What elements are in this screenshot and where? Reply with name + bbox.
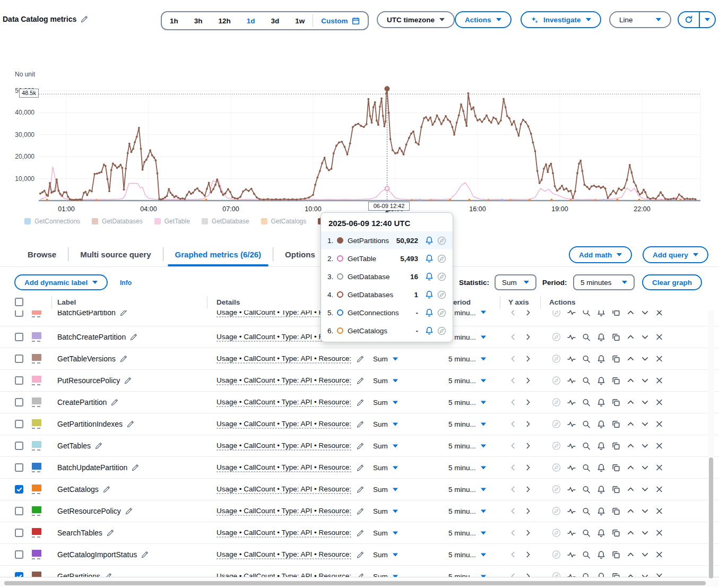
metric-color-swatch[interactable] [32, 485, 41, 494]
zoom-icon[interactable] [582, 333, 591, 341]
y-axis-left-button[interactable] [509, 551, 517, 558]
y-axis-left-button[interactable] [509, 333, 517, 341]
row-period-dropdown[interactable]: 5 minu... [448, 507, 486, 515]
refresh-options-button[interactable] [700, 12, 715, 27]
pulse-graph-icon[interactable] [567, 310, 576, 317]
investigate-icon[interactable] [552, 354, 561, 364]
y-axis-right-button[interactable] [524, 355, 532, 362]
zoom-icon[interactable] [582, 529, 591, 537]
remove-icon[interactable] [655, 310, 663, 316]
row-checkbox[interactable] [15, 529, 23, 537]
move-down-icon[interactable] [641, 573, 649, 577]
create-alarm-icon[interactable] [425, 254, 434, 263]
alarm-icon[interactable] [597, 398, 605, 407]
pulse-graph-icon[interactable] [567, 507, 576, 515]
add-dynamic-label-dropdown[interactable]: Add dynamic label [14, 274, 108, 290]
row-statistic-dropdown[interactable]: Sum [373, 420, 398, 428]
move-up-icon[interactable] [627, 310, 635, 316]
duplicate-icon[interactable] [612, 485, 620, 494]
move-up-icon[interactable] [627, 377, 635, 385]
metric-color-swatch[interactable] [32, 397, 41, 407]
duplicate-icon[interactable] [612, 529, 620, 537]
edit-label-icon[interactable] [111, 399, 118, 406]
edit-label-icon[interactable] [107, 529, 114, 537]
edit-label-icon[interactable] [103, 486, 110, 493]
move-down-icon[interactable] [641, 551, 649, 559]
remove-icon[interactable] [655, 573, 663, 577]
edit-details-icon[interactable] [357, 377, 364, 384]
row-checkbox[interactable] [15, 442, 23, 450]
metric-color-swatch[interactable] [32, 550, 41, 559]
row-period-dropdown[interactable]: 5 minu... [448, 529, 486, 537]
duplicate-icon[interactable] [612, 572, 620, 577]
edit-label-icon[interactable] [127, 420, 134, 428]
move-up-icon[interactable] [627, 507, 635, 515]
investigate-icon[interactable] [437, 308, 446, 317]
chart-type-dropdown[interactable]: Line [609, 11, 671, 28]
alarm-icon[interactable] [597, 333, 605, 341]
row-checkbox[interactable] [15, 507, 23, 515]
row-checkbox[interactable] [15, 398, 23, 407]
remove-icon[interactable] [655, 355, 663, 363]
pulse-graph-icon[interactable] [567, 376, 576, 385]
row-period-dropdown[interactable]: 5 minu... [448, 551, 486, 559]
move-up-icon[interactable] [627, 399, 635, 407]
row-checkbox[interactable] [15, 485, 23, 494]
time-range-12h[interactable]: 12h [211, 12, 239, 29]
zoom-icon[interactable] [582, 442, 591, 450]
alarm-icon[interactable] [597, 485, 605, 494]
move-down-icon[interactable] [641, 333, 649, 341]
edit-details-icon[interactable] [357, 573, 364, 577]
y-axis-left-button[interactable] [509, 529, 517, 537]
y-axis-right-button[interactable] [524, 377, 532, 384]
move-up-icon[interactable] [627, 355, 635, 363]
time-range-1h[interactable]: 1h [162, 12, 186, 29]
zoom-icon[interactable] [582, 354, 591, 363]
edit-details-icon[interactable] [357, 442, 364, 449]
horizontal-scrollbar-thumb[interactable] [4, 581, 706, 585]
move-up-icon[interactable] [627, 442, 635, 450]
actions-dropdown[interactable]: Actions [455, 11, 512, 28]
zoom-icon[interactable] [582, 310, 591, 317]
y-axis-left-button[interactable] [509, 573, 517, 577]
row-period-dropdown[interactable]: 5 minu... [448, 486, 486, 494]
y-axis-right-button[interactable] [524, 442, 532, 449]
remove-icon[interactable] [655, 529, 663, 537]
edit-label-icon[interactable] [120, 355, 127, 362]
row-period-dropdown[interactable]: 5 minu... [448, 310, 486, 316]
investigate-icon[interactable] [552, 420, 561, 429]
investigate-icon[interactable] [437, 254, 446, 263]
duplicate-icon[interactable] [612, 442, 620, 450]
zoom-icon[interactable] [582, 507, 591, 515]
row-period-dropdown[interactable]: 5 minu... [448, 464, 486, 472]
metric-color-swatch[interactable] [32, 441, 41, 451]
edit-details-icon[interactable] [357, 399, 364, 406]
edit-label-icon[interactable] [141, 551, 149, 558]
row-checkbox[interactable] [15, 354, 23, 363]
alarm-icon[interactable] [597, 463, 605, 472]
duplicate-icon[interactable] [612, 507, 620, 515]
metric-color-swatch[interactable] [32, 463, 41, 472]
edit-details-icon[interactable] [357, 464, 364, 471]
edit-label-icon[interactable] [125, 507, 133, 515]
investigate-icon[interactable] [552, 529, 561, 538]
row-period-dropdown[interactable]: 5 minu... [448, 399, 486, 407]
select-all-checkbox[interactable] [15, 298, 23, 306]
legend-item-getdatabase[interactable]: GetDatabase [202, 218, 249, 225]
move-up-icon[interactable] [627, 529, 635, 537]
edit-label-icon[interactable] [120, 310, 127, 316]
pulse-graph-icon[interactable] [567, 550, 576, 559]
zoom-icon[interactable] [582, 463, 591, 472]
duplicate-icon[interactable] [612, 310, 620, 317]
pulse-graph-icon[interactable] [567, 463, 576, 472]
investigate-icon[interactable] [552, 463, 561, 472]
remove-icon[interactable] [655, 420, 663, 428]
move-down-icon[interactable] [641, 529, 649, 537]
move-down-icon[interactable] [641, 464, 649, 472]
investigate-icon[interactable] [552, 507, 561, 516]
row-checkbox[interactable] [15, 310, 23, 317]
row-checkbox[interactable] [15, 463, 23, 472]
create-alarm-icon[interactable] [425, 308, 434, 317]
move-up-icon[interactable] [627, 551, 635, 559]
remove-icon[interactable] [655, 442, 663, 450]
